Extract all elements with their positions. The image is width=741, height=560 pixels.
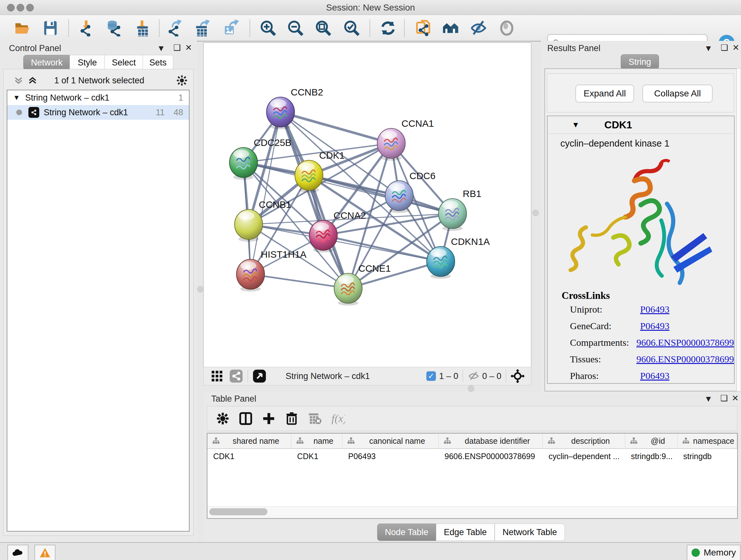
results-scrollbar[interactable] <box>737 68 741 391</box>
crosslink-link[interactable]: P06493 <box>640 320 670 331</box>
table-cell[interactable]: CDK1 <box>291 449 342 463</box>
clone-network-button[interactable] <box>414 19 432 37</box>
table-cell[interactable]: stringdb:9... <box>625 449 677 463</box>
import-table-file-icon[interactable] <box>134 20 151 37</box>
fit-content-crosshair-icon[interactable] <box>511 369 525 383</box>
open-session-icon[interactable] <box>14 20 30 37</box>
close-panel-icon[interactable]: ✕ <box>732 43 739 53</box>
import-network-database-icon[interactable] <box>105 20 121 37</box>
cloud-status-button[interactable] <box>7 545 28 560</box>
float-panel-icon[interactable]: ▼ <box>704 44 713 53</box>
column-header-name[interactable]: name <box>291 434 342 448</box>
delete-column-button[interactable] <box>284 411 299 426</box>
import-network-file-icon[interactable] <box>78 20 95 37</box>
zoom-fit-icon[interactable] <box>315 20 332 37</box>
scrollbar-thumb[interactable] <box>209 508 267 515</box>
export-table-icon[interactable] <box>194 20 211 37</box>
node-CDKN1A[interactable]: CDKN1A <box>427 236 490 279</box>
tab-select[interactable]: Select <box>105 55 143 70</box>
crosslink-link[interactable]: P06493 <box>640 304 670 315</box>
show-all-button[interactable] <box>497 19 516 37</box>
open-in-window-icon[interactable] <box>253 369 266 383</box>
expand-all-button[interactable]: Expand All <box>576 84 634 103</box>
memory-button[interactable]: Memory <box>687 545 741 560</box>
warning-status-button[interactable] <box>35 545 56 560</box>
column-header-namespace[interactable]: namespace <box>677 434 737 448</box>
tab-network-table[interactable]: Network Table <box>495 523 565 541</box>
show-all-icon[interactable] <box>498 20 515 37</box>
first-neighbors-button[interactable] <box>441 19 460 37</box>
tab-node-table[interactable]: Node Table <box>377 523 436 541</box>
table-cell[interactable]: CDK1 <box>207 449 291 463</box>
collection-expander-icon[interactable]: ▼ <box>13 94 20 102</box>
node-CDK1[interactable]: CDK1 <box>295 150 345 192</box>
selected-checkbox[interactable]: ✓ <box>426 371 436 381</box>
right-splitter-handle[interactable] <box>532 210 539 216</box>
tab-edge-table[interactable]: Edge Table <box>436 523 495 541</box>
delete-table-icon[interactable] <box>307 411 322 426</box>
export-network-button[interactable] <box>166 19 185 37</box>
section-expander-icon[interactable]: ▼ <box>572 120 580 129</box>
zoom-out-icon[interactable] <box>287 20 304 37</box>
zoom-selected-icon[interactable] <box>343 20 360 37</box>
export-image-button[interactable] <box>222 19 240 37</box>
node-CCNA1[interactable]: CCNA1 <box>377 118 434 161</box>
add-column-button[interactable] <box>261 411 276 426</box>
network-row[interactable]: String Network – cdk1 11 48 <box>7 105 189 120</box>
table-cell[interactable]: 9606.ENSP00000378699 <box>439 449 543 463</box>
open-session-button[interactable] <box>13 19 31 37</box>
refresh-button[interactable] <box>379 19 397 37</box>
left-splitter-handle[interactable] <box>197 286 204 293</box>
split-panel-button[interactable] <box>239 411 253 426</box>
column-header-database-identifier[interactable]: database identifier <box>439 434 543 448</box>
collapse-all-button[interactable]: Collapse All <box>643 84 713 103</box>
float-panel-icon[interactable]: ▼ <box>704 394 713 404</box>
hide-selected-icon[interactable] <box>470 20 487 37</box>
import-network-file-button[interactable] <box>77 19 96 37</box>
column-settings-gear-button[interactable] <box>215 411 230 426</box>
function-builder-button[interactable]: f(x) <box>330 411 345 426</box>
table-horizontal-scrollbar[interactable] <box>207 506 738 519</box>
delete-table-button[interactable] <box>307 411 322 426</box>
edge-HIST1H1A-CCNE1[interactable] <box>251 274 348 288</box>
crosslink-link[interactable]: P06493 <box>640 370 670 381</box>
zoom-in-button[interactable] <box>259 19 277 37</box>
undock-panel-icon[interactable]: ❑ <box>720 393 728 403</box>
birdseye-view-icon[interactable] <box>211 370 223 382</box>
collapse-all-networks-icon[interactable] <box>13 75 24 86</box>
save-session-button[interactable] <box>41 19 60 37</box>
split-panel-icon[interactable] <box>239 411 253 426</box>
node-RB1[interactable]: RB1 <box>439 188 481 231</box>
export-network-icon[interactable] <box>167 20 184 37</box>
crosslink-link[interactable]: 9606.ENSP00000378699 <box>636 354 734 365</box>
export-image-icon[interactable] <box>223 20 239 37</box>
column-header-shared-name[interactable]: shared name <box>207 434 291 448</box>
zoom-in-icon[interactable] <box>260 20 276 37</box>
table-row[interactable]: CDK1CDK1P064939606.ENSP00000378699cyclin… <box>207 449 737 463</box>
gene-section-header[interactable]: ▼ CDK1 <box>548 116 734 134</box>
close-panel-icon[interactable]: ✕ <box>185 43 192 53</box>
close-panel-icon[interactable]: ✕ <box>732 393 739 403</box>
delete-column-icon[interactable] <box>284 411 299 426</box>
network-canvas[interactable]: CCNB2 CCNA1 CDC25B CDK1 CDC6 <box>203 43 531 367</box>
column-settings-gear-icon[interactable] <box>215 411 230 426</box>
table-cell[interactable]: stringdb <box>677 449 737 463</box>
zoom-selected-button[interactable] <box>342 19 361 37</box>
column-header-@id[interactable]: @id <box>625 434 677 448</box>
refresh-icon[interactable] <box>380 20 396 37</box>
import-table-file-button[interactable] <box>133 19 151 37</box>
network-thumbnail-icon[interactable] <box>229 369 243 383</box>
export-table-button[interactable] <box>193 19 212 37</box>
tab-style[interactable]: Style <box>70 55 105 70</box>
tab-network[interactable]: Network <box>23 55 70 70</box>
undock-panel-icon[interactable]: ❑ <box>173 43 181 53</box>
clone-network-icon[interactable] <box>415 20 431 37</box>
crosslink-link[interactable]: 9606.ENSP00000378699 <box>636 337 734 348</box>
column-header-canonical-name[interactable]: canonical name <box>342 434 439 448</box>
import-network-database-button[interactable] <box>104 19 122 37</box>
hide-selected-button[interactable] <box>469 19 488 37</box>
table-cell[interactable]: P06493 <box>342 449 439 463</box>
add-column-icon[interactable] <box>261 411 276 426</box>
function-builder-icon[interactable]: f(x) <box>330 411 345 426</box>
first-neighbors-icon[interactable] <box>442 20 459 37</box>
